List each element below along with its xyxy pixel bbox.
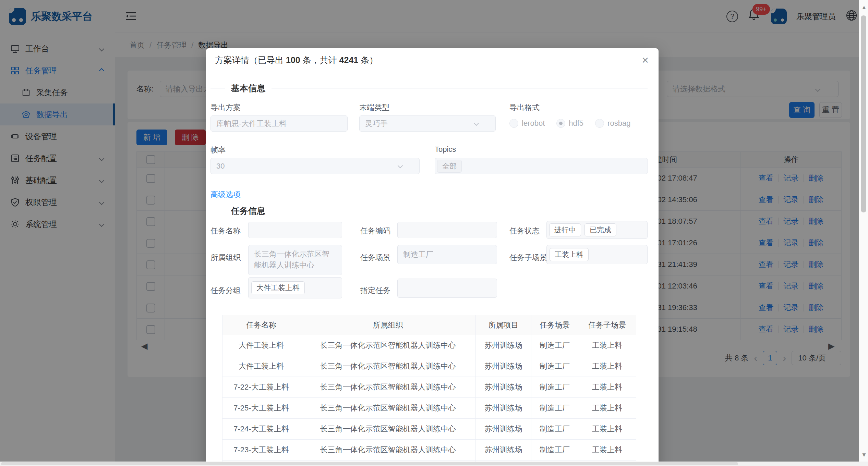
export-format-label: 导出格式 (509, 102, 540, 113)
frame-rate-select: 30 (210, 158, 420, 174)
modal-table-cell: 工装上料 (578, 377, 636, 398)
scene-input: 制造工厂 (397, 245, 497, 264)
modal-table-cell: 苏州训练场 (476, 335, 531, 356)
topics-select: 全部 (435, 158, 648, 174)
advanced-options-link[interactable]: 高级选项 (210, 189, 241, 200)
scroll-down-icon[interactable]: ▼ (861, 452, 867, 458)
modal-table-row: 7-25-大工装上料长三角一体化示范区智能机器人训练中心苏州训练场制造工厂工装上… (222, 398, 636, 419)
modal-table-cell: 大件工装上料 (222, 335, 300, 356)
modal-table-cell: 工装上料 (578, 419, 636, 440)
scene-label: 任务场景 (360, 253, 390, 263)
modal-title: 方案详情（已导出 100 条，共计 4241 条） (215, 54, 378, 66)
modal-table-cell: 7-23-大工装上料 (222, 440, 300, 461)
vertical-scrollbar[interactable]: ▲ ▼ (859, 0, 868, 462)
modal-table-cell: 制造工厂 (531, 440, 578, 461)
modal-table-cell: 制造工厂 (531, 398, 578, 419)
task-assign-label: 指定任务 (360, 285, 390, 296)
modal-table-row: 7-23-大工装上料长三角一体化示范区智能机器人训练中心苏州训练场制造工厂工装上… (222, 440, 636, 461)
close-icon[interactable]: ✕ (641, 55, 649, 66)
modal-table-cell: 长三角一体化示范区智能机器人训练中心 (300, 377, 476, 398)
modal-table-cell: 苏州训练场 (476, 377, 531, 398)
horizontal-scrollbar-thumb[interactable] (1, 462, 738, 465)
radio-circle-icon (509, 119, 518, 128)
modal-table-header-row: 任务名称 所属组织 所属项目 任务场景 任务子场景 (222, 315, 636, 335)
modal-table-cell: 工装上料 (578, 356, 636, 377)
org-input: 长三角一体化示范区智能机器人训练中心 (248, 245, 342, 275)
task-group-tag: 大件工装上料 (251, 281, 305, 294)
chevron-down-icon (398, 163, 403, 169)
topics-tag: 全部 (437, 160, 462, 173)
modal-table-cell: 长三角一体化示范区智能机器人训练中心 (300, 356, 476, 377)
sub-scene-label: 任务子场景 (509, 253, 547, 263)
sub-scene-field: 工装上料 (546, 245, 648, 264)
modal-table-cell: 工装上料 (578, 335, 636, 356)
chevron-down-icon (474, 121, 479, 126)
modal-table-cell: 长三角一体化示范区智能机器人训练中心 (300, 398, 476, 419)
radio-circle-icon (595, 119, 604, 128)
modal-table-cell: 大件工装上料 (222, 356, 300, 377)
topics-label: Topics (435, 145, 456, 154)
radio-label: rosbag (607, 119, 630, 128)
modal-table-row: 大件工装上料长三角一体化示范区智能机器人训练中心苏州训练场制造工厂工装上料 (222, 335, 636, 356)
task-status-field: 进行中 已完成 (546, 221, 648, 239)
scroll-up-icon[interactable]: ▲ (861, 4, 867, 11)
task-code-input (397, 222, 497, 238)
task-name-input (248, 222, 342, 238)
org-label: 所属组织 (210, 253, 241, 263)
app: 乐聚数采平台 工作台 任务管理 采集任务 数据导出 (0, 0, 868, 466)
modal-table-cell: 7-24-大工装上料 (222, 419, 300, 440)
modal-table-row: 大件工装上料长三角一体化示范区智能机器人训练中心苏州训练场制造工厂工装上料 (222, 356, 636, 377)
modal-header: 方案详情（已导出 100 条，共计 4241 条） (206, 48, 659, 72)
task-group-label: 任务分组 (210, 285, 241, 296)
radio-hdf5[interactable]: hdf5 (556, 119, 583, 128)
vertical-scrollbar-thumb[interactable] (861, 15, 866, 212)
task-section-title: 任务信息 (231, 205, 265, 217)
modal-table-row: 7-22-大工装上料长三角一体化示范区智能机器人训练中心苏州训练场制造工厂工装上… (222, 377, 636, 398)
export-format-radio-group: lerobothdf5rosbag (509, 119, 630, 128)
modal-table-cell: 制造工厂 (531, 356, 578, 377)
radio-rosbag[interactable]: rosbag (595, 119, 630, 128)
radio-lerobot[interactable]: lerobot (509, 119, 545, 128)
task-group-field: 大件工装上料 (248, 277, 342, 298)
status-tag-done: 已完成 (584, 223, 616, 236)
task-section-divider: 任务信息 (210, 207, 648, 215)
frame-rate-label: 帧率 (210, 145, 226, 155)
export-plan-input: 库帕思-大件工装上料 (210, 115, 348, 132)
modal-table-cell: 制造工厂 (531, 419, 578, 440)
task-code-label: 任务编码 (360, 226, 390, 236)
task-assign-input (397, 279, 497, 298)
radio-label: hdf5 (569, 119, 583, 128)
modal-table-body: 大件工装上料长三角一体化示范区智能机器人训练中心苏州训练场制造工厂工装上料大件工… (222, 335, 636, 466)
radio-circle-icon (556, 119, 565, 128)
modal-table-cell: 工装上料 (578, 440, 636, 461)
modal-table-row: 7-24-大工装上料长三角一体化示范区智能机器人训练中心苏州训练场制造工厂工装上… (222, 419, 636, 440)
modal-table-cell: 苏州训练场 (476, 419, 531, 440)
modal-table-cell: 苏州训练场 (476, 398, 531, 419)
task-status-label: 任务状态 (509, 226, 540, 236)
modal-table-cell: 7-22-大工装上料 (222, 377, 300, 398)
radio-label: lerobot (522, 119, 545, 128)
modal-table-cell: 苏州训练场 (476, 440, 531, 461)
basic-section-divider: 基本信息 (210, 84, 648, 93)
export-plan-label: 导出方案 (210, 102, 241, 113)
horizontal-scrollbar[interactable] (0, 462, 868, 466)
modal-table-cell: 长三角一体化示范区智能机器人训练中心 (300, 335, 476, 356)
basic-section-title: 基本信息 (231, 83, 265, 94)
modal-table-cell: 长三角一体化示范区智能机器人训练中心 (300, 440, 476, 461)
modal-table-cell: 长三角一体化示范区智能机器人训练中心 (300, 419, 476, 440)
end-type-select: 灵巧手 (359, 115, 496, 132)
modal-table-cell: 制造工厂 (531, 335, 578, 356)
modal-task-table: 任务名称 所属组织 所属项目 任务场景 任务子场景 大件工装上料长三角一体化示范… (222, 315, 636, 466)
status-tag-running: 进行中 (549, 223, 581, 236)
task-name-label: 任务名称 (210, 226, 241, 236)
sub-scene-tag: 工装上料 (550, 248, 589, 261)
modal-table-cell: 制造工厂 (531, 377, 578, 398)
modal-table-cell: 工装上料 (578, 398, 636, 419)
plan-detail-modal: 方案详情（已导出 100 条，共计 4241 条） ✕ 基本信息 导出方案 库帕… (206, 48, 659, 466)
modal-table-cell: 7-25-大工装上料 (222, 398, 300, 419)
modal-table-cell: 苏州训练场 (476, 356, 531, 377)
end-type-label: 末端类型 (359, 102, 389, 113)
